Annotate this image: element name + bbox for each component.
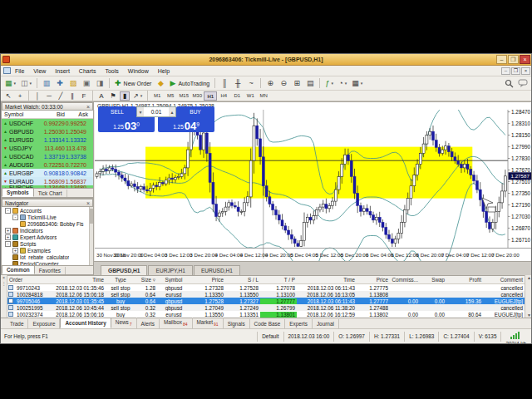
templates-button[interactable]: ▦▾ — [350, 78, 364, 89]
history-row[interactable]: 997050462018.12.03 01:35:45buy0.64gbpusd… — [7, 298, 525, 304]
navigator-toggle[interactable]: ▨ — [67, 78, 79, 89]
arrange-windows-button[interactable]: ▤ — [304, 78, 316, 89]
tab-symbols[interactable]: Symbols — [2, 188, 34, 197]
shapes-tool[interactable]: ▮ — [120, 91, 130, 101]
bid-price-button[interactable]: 1.25 03 0 — [98, 117, 155, 132]
ask-price-button[interactable]: 1.25 04 9 — [158, 117, 214, 132]
history-col-price[interactable]: Price — [357, 277, 390, 283]
market-watch-row[interactable]: ▲GBPUSD1.250301.25049 — [2, 127, 93, 135]
title-bar[interactable]: 2096863406: Tickmill-Live - [GBPUSD,H1] … — [1, 54, 531, 66]
tab-trade[interactable]: Trade — [6, 319, 28, 328]
bar-chart-button[interactable]: ║ — [219, 78, 230, 89]
mw-col-symbol[interactable]: Symbol — [2, 111, 40, 117]
navigator-item-scripts[interactable]: -Scripts — [2, 240, 93, 247]
market-watch-row[interactable]: ▲USDCAD1.337191.33738 — [2, 152, 93, 160]
volume-up-icon[interactable]: ▲ — [169, 107, 175, 116]
expand-icon[interactable]: + — [5, 234, 11, 240]
profiles-button[interactable]: ◫▾ — [19, 78, 33, 89]
menu-tools[interactable]: Tools — [105, 68, 118, 74]
volume-down-icon[interactable]: ▼ — [137, 107, 144, 116]
crosshair-tool[interactable]: + — [15, 91, 25, 101]
tab-exposure[interactable]: Exposure — [28, 319, 60, 328]
history-col-time[interactable]: Time — [46, 277, 106, 283]
history-scrollbar[interactable]: ▲▼ — [525, 275, 532, 318]
tab-signals[interactable]: Signals — [224, 319, 250, 328]
chevron-down-icon[interactable]: ▾ — [30, 81, 32, 86]
market-watch-row[interactable]: ▼USDJPY113.460113.478 — [2, 144, 93, 152]
strategy-tester-toggle[interactable]: ◨ — [94, 78, 106, 89]
navigator-item-accounts[interactable]: -Accounts — [2, 207, 93, 214]
arrows-tool[interactable]: ↗▾ — [131, 91, 144, 101]
market-watch-row[interactable]: ▲USDCHF0.992290.99252 — [2, 119, 93, 127]
zoom-in-button[interactable]: ⊕ — [264, 78, 276, 89]
tile-windows-button[interactable]: ⊞ — [291, 78, 303, 89]
tab-tick-chart[interactable]: Tick Chart — [34, 190, 67, 197]
buy-button[interactable]: BUY — [176, 106, 214, 117]
history-col-t-p[interactable]: T / P — [260, 277, 297, 283]
history-col-profit[interactable]: Profit — [446, 277, 483, 283]
history-col-size[interactable]: Size ▿ — [135, 277, 157, 283]
expand-icon[interactable]: + — [12, 248, 18, 254]
history-col-symbol[interactable]: Symbol — [157, 277, 190, 283]
restore-button[interactable]: ❐ — [508, 55, 519, 64]
market-watch-row[interactable]: ▲AUDUSD0.722510.72270 — [2, 160, 93, 169]
label-tool[interactable]: ⚑ — [108, 91, 118, 101]
fibonacci-tool[interactable]: F — [79, 91, 89, 101]
history-col-s-l[interactable]: S / L — [225, 277, 260, 283]
timeframe-d1[interactable]: D1 — [230, 91, 244, 101]
text-tool[interactable]: A — [96, 91, 106, 101]
zoom-out-button[interactable]: ⊖ — [278, 78, 289, 89]
history-row[interactable]: 1002519952018.12.06 10:45:44sell stop0.3… — [7, 304, 525, 311]
navigator-item-examples[interactable]: +Examples — [2, 247, 93, 254]
new-chart-button[interactable]: ▦▾ — [3, 78, 17, 89]
tab-news[interactable]: News7 — [111, 318, 137, 328]
history-col-type[interactable]: Type — [106, 277, 135, 283]
history-col-price[interactable]: Price — [190, 277, 225, 283]
chart-tab-eurusd-h1[interactable]: EURUSD,H1 — [194, 265, 240, 275]
tab-common[interactable]: Common — [2, 265, 35, 274]
navigator-item-indicators[interactable]: +Indicators — [2, 227, 93, 234]
collapse-icon[interactable]: - — [5, 241, 11, 247]
sell-button[interactable]: SELL — [98, 106, 136, 117]
menu-window[interactable]: Window — [128, 68, 149, 74]
timeframe-mn[interactable]: MN — [257, 91, 270, 101]
menu-file[interactable]: File — [15, 68, 24, 74]
market-watch-row[interactable]: ▲EURUSD1.133141.13332 — [2, 135, 93, 144]
history-col-time[interactable]: Time — [297, 277, 357, 283]
menu-view[interactable]: View — [33, 68, 46, 74]
timeframe-m15[interactable]: M15 — [177, 91, 190, 101]
channel-tool[interactable]: ∥ — [67, 91, 77, 101]
mw-col-bid[interactable]: Bid — [40, 111, 65, 117]
tab-alerts[interactable]: Alerts — [137, 319, 160, 328]
autotrading-button[interactable]: ▶AutoTrading — [168, 78, 211, 89]
navigator-item-expert-advisors[interactable]: +Expert Advisors — [2, 234, 93, 240]
minimize-button[interactable]: – — [496, 55, 507, 64]
metaeditor-button[interactable]: ◆ — [155, 78, 166, 89]
collapse-icon[interactable]: - — [5, 208, 11, 214]
history-col-swap[interactable]: Swap — [420, 277, 446, 283]
child-restore-button[interactable]: ❐ — [511, 67, 520, 75]
history-col-commiss-[interactable]: Commiss... — [390, 277, 420, 283]
chevron-down-icon[interactable]: ▾ — [345, 81, 347, 86]
market-watch-toggle[interactable]: ▥ — [41, 78, 52, 89]
new-order-button[interactable]: ✚New Order — [113, 78, 153, 89]
timeframe-h1[interactable]: H1 — [204, 91, 217, 101]
candlestick-chart-button[interactable]: ╫ — [232, 78, 244, 89]
chevron-down-icon[interactable]: ▾ — [361, 81, 363, 86]
volume-value[interactable]: 0.01 — [144, 109, 169, 115]
tab-experts[interactable]: Experts — [285, 319, 313, 328]
timeframe-h4[interactable]: H4 — [217, 91, 230, 101]
close-icon[interactable]: × — [86, 104, 90, 110]
timeframe-m5[interactable]: M5 — [164, 91, 177, 101]
chevron-down-icon[interactable]: ▾ — [14, 81, 17, 86]
navigator-item-tickmill-live[interactable]: -Tickmill-Live — [2, 214, 93, 220]
chart-tab-gbpusd-h1[interactable]: GBPUSD,H1 — [101, 265, 147, 275]
tab-market[interactable]: Market91 — [193, 318, 224, 328]
expand-icon[interactable]: + — [5, 228, 11, 234]
navigator-item-lot-rebate-calculator[interactable]: lot_rebate_calculator — [2, 254, 93, 260]
menu-charts[interactable]: Charts — [79, 68, 96, 74]
chat-icon[interactable] — [518, 79, 528, 88]
timeframe-w1[interactable]: W1 — [244, 91, 257, 101]
tab-code-base[interactable]: Code Base — [250, 319, 286, 328]
menu-insert[interactable]: Insert — [55, 68, 70, 74]
